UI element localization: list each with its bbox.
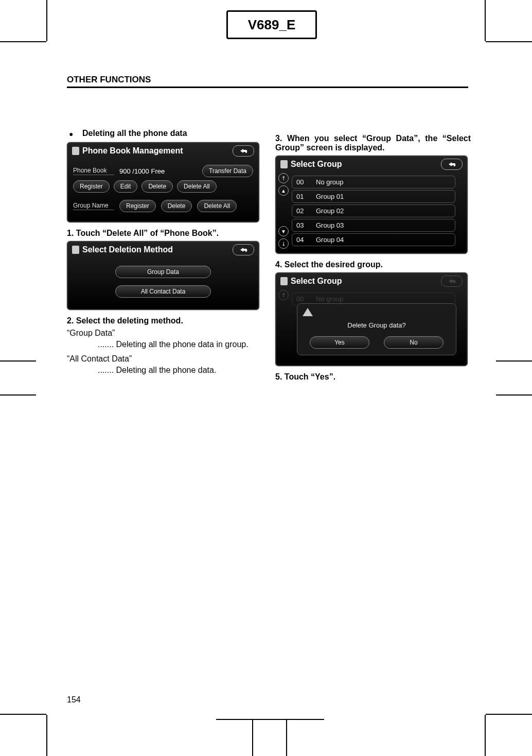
group-label: No group xyxy=(316,295,343,303)
crop-mark xyxy=(0,360,36,396)
all-contact-data-desc: Deleting all the phone data. xyxy=(98,366,262,375)
crop-mark xyxy=(0,41,46,42)
ui-title: Select Group xyxy=(291,277,342,286)
group-register-button[interactable]: Register xyxy=(119,200,156,212)
crop-mark xyxy=(486,41,532,42)
free-count: 900 /1000 Free xyxy=(119,167,197,175)
group-num: 02 xyxy=(296,207,310,215)
step-2: 2. Select the deleting method. xyxy=(67,316,262,325)
ui-phonebook-management: Phone Book Management Phone Book 900 /10… xyxy=(67,142,259,222)
group-label: Group 03 xyxy=(316,221,344,229)
crop-mark xyxy=(252,720,253,756)
page-number: 154 xyxy=(67,695,81,705)
crop-mark xyxy=(485,715,486,756)
group-num: 00 xyxy=(296,178,310,186)
group-data-desc: Deleting all the phone data in group. xyxy=(98,340,262,349)
ui-select-group-list: Select Group ⤒ ▲ ▼ ⤓ 00No group 01Group … xyxy=(275,156,468,254)
group-label: No group xyxy=(316,178,343,186)
back-icon xyxy=(238,247,249,253)
no-button[interactable]: No xyxy=(384,336,444,349)
crop-mark xyxy=(46,715,47,756)
scroll-down-button[interactable]: ▼ xyxy=(278,226,289,236)
group-item[interactable]: 02Group 02 xyxy=(292,204,455,217)
scroll-up-button[interactable]: ▲ xyxy=(278,185,289,196)
delete-all-button[interactable]: Delete All xyxy=(177,180,217,193)
doc-code-box: V689_E xyxy=(226,10,317,39)
group-data-label: “Group Data” xyxy=(67,329,262,338)
back-icon xyxy=(238,148,249,154)
ui-select-deletion-method: Select Deletion Method Group Data All Co… xyxy=(67,241,259,310)
doc-code: V689_E xyxy=(248,17,296,33)
right-column: 3. When you select “Group Data”, the “Se… xyxy=(275,129,471,385)
step-5: 5. Touch “Yes”. xyxy=(275,372,471,382)
crop-mark xyxy=(485,0,486,41)
group-num: 03 xyxy=(296,221,310,229)
crop-mark xyxy=(216,719,324,720)
warning-icon xyxy=(303,308,313,316)
group-label: Group 04 xyxy=(316,236,344,244)
ui-title: Select Deletion Method xyxy=(82,245,173,254)
ui-header: Phone Book Management xyxy=(68,143,258,158)
group-name-label: Group Name xyxy=(73,202,114,210)
all-contact-data-option[interactable]: All Contact Data xyxy=(115,285,211,298)
group-num: 00 xyxy=(296,295,310,303)
group-item[interactable]: 03Group 03 xyxy=(292,219,455,232)
group-item[interactable]: 01Group 01 xyxy=(292,190,455,203)
page: V689_E OTHER FUNCTIONS Deleting all the … xyxy=(0,0,532,756)
group-data-desc-text: Deleting all the phone data in group. xyxy=(116,340,249,349)
step-1: 1. Touch “Delete All” of “Phone Book”. xyxy=(67,229,262,238)
section-underline xyxy=(67,87,468,88)
ui-header: Select Group xyxy=(276,157,467,171)
group-list-body: ⤒ ▲ ▼ ⤓ 00No group 01Group 01 02Group 02… xyxy=(276,171,467,253)
ui-select-group-confirm: Select Group ⤒ 00 No group xyxy=(275,272,468,366)
list-icon xyxy=(280,160,288,168)
list-icon xyxy=(72,147,79,155)
bullet-heading: Deleting all the phone data xyxy=(67,129,262,138)
group-data-option[interactable]: Group Data xyxy=(115,266,211,278)
phone-book-label: Phone Book xyxy=(73,167,114,175)
left-column: Deleting all the phone data Phone Book M… xyxy=(67,129,262,380)
step-3: 3. When you select “Group Data”, the “Se… xyxy=(275,134,471,152)
group-label: Group 02 xyxy=(316,207,344,215)
crop-mark xyxy=(46,0,47,41)
ui-header: Select Deletion Method xyxy=(68,242,258,256)
all-contact-data-label: “All Contact Data” xyxy=(67,354,262,364)
scroll-top-button-disabled: ⤒ xyxy=(278,290,289,300)
group-item[interactable]: 00No group xyxy=(292,176,455,188)
edit-button[interactable]: Edit xyxy=(114,180,138,193)
scroll-top-button[interactable]: ⤒ xyxy=(278,173,289,183)
list-icon xyxy=(72,246,79,254)
confirm-message: Delete Group data? xyxy=(303,321,451,329)
group-delete-all-button[interactable]: Delete All xyxy=(197,200,237,212)
section-title: OTHER FUNCTIONS xyxy=(67,75,151,85)
list-icon xyxy=(280,277,288,285)
back-button[interactable] xyxy=(441,159,463,170)
back-button[interactable] xyxy=(233,244,254,255)
crop-mark xyxy=(486,714,532,715)
ui-title: Select Group xyxy=(291,160,342,169)
transfer-data-button[interactable]: Transfer Data xyxy=(202,165,253,177)
step-4: 4. Select the desired group. xyxy=(275,260,471,269)
crop-mark xyxy=(0,714,46,715)
group-num: 01 xyxy=(296,193,310,200)
yes-button[interactable]: Yes xyxy=(310,336,369,349)
confirm-dialog: Delete Group data? Yes No xyxy=(297,303,456,355)
all-contact-data-desc-text: Deleting all the phone data. xyxy=(116,366,217,374)
group-delete-button[interactable]: Delete xyxy=(161,200,192,212)
group-label: Group 01 xyxy=(316,193,344,200)
ui-title: Phone Book Management xyxy=(82,146,183,156)
crop-mark xyxy=(286,720,287,756)
back-icon xyxy=(447,161,457,167)
back-button[interactable] xyxy=(233,145,254,157)
back-icon xyxy=(447,278,457,284)
ui-header: Select Group xyxy=(276,273,467,288)
crop-mark xyxy=(496,360,532,396)
scroll-bottom-button[interactable]: ⤓ xyxy=(278,238,289,249)
register-button[interactable]: Register xyxy=(73,180,110,193)
back-button-disabled xyxy=(441,276,463,287)
group-item[interactable]: 04Group 04 xyxy=(292,233,455,246)
group-num: 04 xyxy=(296,236,310,244)
delete-button[interactable]: Delete xyxy=(141,180,173,193)
